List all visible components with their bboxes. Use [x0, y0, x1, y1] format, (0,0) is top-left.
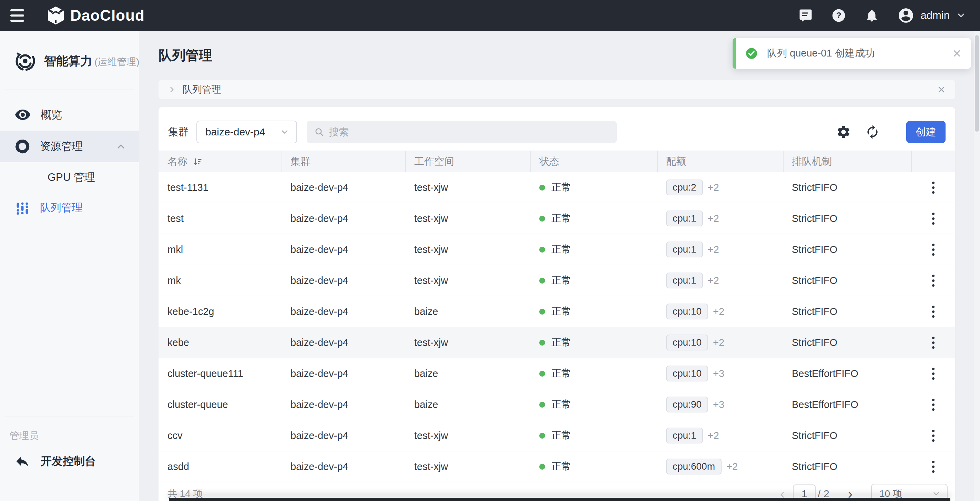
quota-cell: cpu:10+2 [657, 327, 783, 358]
menu-toggle-icon[interactable] [10, 9, 24, 22]
row-menu-icon[interactable] [929, 365, 937, 382]
queue-name: kebe [167, 337, 189, 348]
row-menu-icon[interactable] [929, 179, 937, 196]
breadcrumb-close-icon[interactable] [937, 85, 946, 94]
table-body: test-1131baize-dev-p4test-xjw正常cpu:2+2St… [159, 172, 955, 482]
sidebar-item-queue-management[interactable]: 队列管理 [0, 192, 139, 223]
cell-text: BestEffortFIFO [792, 399, 858, 410]
column-header-status[interactable]: 状态 [530, 151, 657, 172]
sidebar-item-label: 资源管理 [40, 139, 83, 154]
queue-name: cluster-queue111 [167, 368, 243, 379]
actions-cell [911, 265, 955, 296]
main-content: 队列管理 队列管理 集群 baize-dev-p4 [139, 31, 973, 501]
cluster-cell: baize-dev-p4 [282, 265, 405, 296]
row-menu-icon[interactable] [929, 334, 937, 351]
status-text: 正常 [551, 212, 571, 225]
sort-icon[interactable] [192, 156, 203, 167]
queue-name-cell: test-1131 [159, 172, 282, 203]
bell-icon[interactable] [864, 8, 880, 23]
table-row[interactable]: kebebaize-dev-p4test-xjw正常cpu:10+2Strict… [159, 327, 955, 358]
mechanism-cell: StrictFIFO [783, 296, 911, 327]
cell-text: baize [414, 399, 438, 410]
status-text: 正常 [551, 305, 571, 318]
row-menu-icon[interactable] [929, 458, 937, 476]
cell-text: baize [414, 368, 438, 379]
table-row[interactable]: testbaize-dev-p4test-xjw正常cpu:1+2StrictF… [159, 203, 955, 234]
filter-row: 集群 baize-dev-p4 创建 [159, 107, 955, 151]
cell-text: baize-dev-p4 [291, 182, 348, 193]
table-row[interactable]: cluster-queuebaize-dev-p4baize正常cpu:90+3… [159, 390, 955, 420]
help-icon[interactable]: ? [831, 8, 846, 23]
table-row[interactable]: kebe-1c2gbaize-dev-p4baize正常cpu:10+2Stri… [159, 296, 955, 327]
column-header-quota[interactable]: 配额 [657, 151, 783, 172]
cell-text: BestEffortFIFO [792, 368, 858, 379]
status-cell: 正常 [530, 420, 657, 451]
table-row[interactable]: asddbaize-dev-p4test-xjw正常cpu:600m+2Stri… [159, 452, 955, 482]
cluster-cell: baize-dev-p4 [282, 420, 405, 451]
column-header-cluster[interactable]: 集群 [282, 151, 405, 172]
table-row[interactable]: mkbaize-dev-p4test-xjw正常cpu:1+2StrictFIF… [159, 265, 955, 296]
cluster-select[interactable]: baize-dev-p4 [196, 121, 297, 143]
workspace-cell: test-xjw [405, 172, 530, 203]
scrollbar-track[interactable] [973, 31, 980, 501]
row-menu-icon[interactable] [929, 396, 937, 414]
cell-text: baize [414, 306, 438, 317]
status-text: 正常 [551, 336, 571, 349]
status-text: 正常 [551, 398, 571, 411]
row-menu-icon[interactable] [929, 427, 937, 444]
quota-chip: cpu:1 [666, 428, 703, 444]
quota-extra: +2 [708, 182, 719, 193]
cell-text: StrictFIFO [792, 337, 837, 348]
user-menu[interactable]: admin [897, 7, 966, 24]
cell-text: baize-dev-p4 [291, 399, 348, 410]
actions-cell [911, 327, 955, 358]
queue-name: test-1131 [167, 182, 208, 193]
status-dot [539, 309, 545, 315]
actions-cell [911, 390, 955, 420]
search-input[interactable] [329, 126, 609, 138]
cell-text: test-xjw [414, 244, 448, 255]
queue-name: test [167, 213, 184, 224]
mechanism-cell: StrictFIFO [783, 420, 911, 451]
status-cell: 正常 [530, 390, 657, 420]
sidebar-item-overview[interactable]: 概览 [0, 99, 139, 130]
quota-chip: cpu:10 [666, 304, 708, 320]
product-logo-icon [14, 49, 37, 72]
actions-cell [911, 452, 955, 482]
cluster-cell: baize-dev-p4 [282, 234, 405, 265]
quota-extra: +3 [713, 368, 724, 379]
table-row[interactable]: cluster-queue111baize-dev-p4baize正常cpu:1… [159, 358, 955, 390]
status-dot [539, 184, 545, 191]
table-row[interactable]: ccvbaize-dev-p4test-xjw正常cpu:1+2StrictFI… [159, 420, 955, 452]
table-row[interactable]: test-1131baize-dev-p4test-xjw正常cpu:2+2St… [159, 172, 955, 203]
workspace-cell: baize [405, 296, 530, 327]
chevron-right-icon[interactable] [167, 85, 177, 94]
row-menu-icon[interactable] [929, 303, 937, 320]
message-icon[interactable] [798, 8, 813, 23]
cluster-cell: baize-dev-p4 [282, 327, 405, 358]
cell-text: StrictFIFO [792, 244, 837, 255]
row-menu-icon[interactable] [929, 241, 937, 258]
row-menu-icon[interactable] [929, 272, 937, 289]
sidebar-item-gpu-management[interactable]: GPU 管理 [0, 162, 139, 192]
sidebar-item-dev-console[interactable]: 开发控制台 [0, 446, 139, 477]
column-header-workspace[interactable]: 工作空间 [405, 151, 530, 172]
row-menu-icon[interactable] [929, 210, 937, 227]
quota-cell: cpu:1+2 [657, 234, 783, 265]
toast-close-icon[interactable] [952, 48, 962, 59]
cell-text: StrictFIFO [792, 461, 837, 472]
column-header-mechanism[interactable]: 排队机制 [783, 151, 911, 172]
create-button[interactable]: 创建 [906, 121, 945, 143]
refresh-icon[interactable] [864, 124, 881, 140]
status-cell: 正常 [530, 452, 657, 482]
column-header-name[interactable]: 名称 [159, 151, 282, 172]
status-cell: 正常 [530, 296, 657, 327]
sidebar-item-label: 队列管理 [40, 200, 83, 215]
status-dot [539, 278, 545, 283]
gear-icon[interactable] [835, 124, 852, 140]
table-row[interactable]: mklbaize-dev-p4test-xjw正常cpu:1+2StrictFI… [159, 234, 955, 265]
scrollbar-thumb[interactable] [975, 35, 979, 132]
sidebar-item-resource-management[interactable]: 资源管理 [0, 130, 139, 162]
workspace-cell: test-xjw [405, 452, 530, 482]
quota-extra: +2 [713, 337, 724, 348]
